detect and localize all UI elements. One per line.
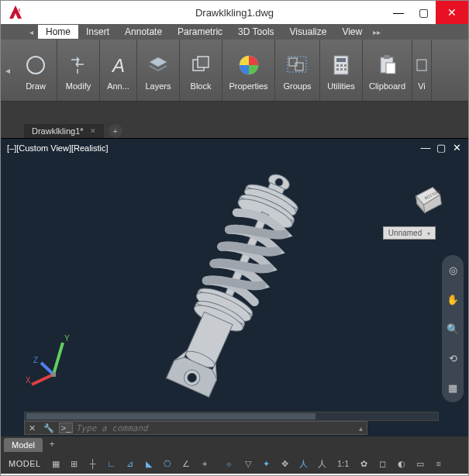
viewport-label[interactable]: [–][Custom View][Realistic] (7, 143, 109, 153)
polar-icon[interactable]: ⊿ (122, 456, 139, 471)
tab-visualize[interactable]: Visualize (282, 25, 335, 39)
ucs-icon[interactable]: X Y Z (24, 332, 86, 394)
svg-rect-50 (51, 372, 56, 377)
maximize-button[interactable]: ▢ (411, 1, 436, 24)
svg-rect-12 (344, 64, 347, 67)
angle-icon[interactable]: ∠ (178, 456, 195, 471)
command-line[interactable]: ✕ 🔧 >_ ▴ (24, 421, 367, 435)
svg-line-44 (32, 374, 53, 385)
tab-home[interactable]: Home (38, 25, 78, 39)
grid-icon[interactable]: ▦ (47, 456, 64, 471)
settings-gear-icon[interactable]: ✿ (356, 456, 373, 471)
panel-view-cut[interactable]: Vi (412, 40, 432, 101)
orbit-icon[interactable]: ⟲ (449, 353, 457, 364)
svg-rect-17 (384, 55, 390, 59)
panel-annotate[interactable]: A Ann... (100, 40, 137, 101)
svg-line-46 (53, 343, 63, 374)
palette-icon (237, 52, 260, 78)
command-prompt-icon: >_ (59, 423, 73, 433)
viewport-minimize-icon[interactable]: — (420, 142, 431, 153)
panel-label: Vi (418, 81, 426, 91)
command-history-icon[interactable]: ▴ (354, 424, 367, 433)
document-tab[interactable]: Drawklkling1* ✕ (24, 124, 104, 138)
panel-groups[interactable]: Groups (275, 40, 320, 101)
wheel-icon[interactable]: ◎ (449, 264, 457, 276)
status-model-label[interactable]: MODEL (4, 459, 46, 468)
tab-view[interactable]: View (334, 25, 370, 39)
status-bar: MODEL ▦ ⊞ ┼ ∟ ⊿ ◣ ⎔ ∠ ⌖ ⟐ ▽ ✦ ✥ 人 人 1:1 … (1, 454, 468, 474)
gizmo-icon[interactable]: ✦ (258, 456, 275, 471)
svg-rect-9 (336, 58, 346, 62)
ortho-plus-icon[interactable]: ┼ (84, 456, 102, 471)
view-name-badge[interactable]: Unnamed ▾ (383, 226, 436, 240)
cleanscreen-icon[interactable]: ▭ (412, 456, 429, 471)
panel-layers[interactable]: Layers (137, 40, 180, 101)
app-logo[interactable] (7, 4, 24, 21)
svg-rect-15 (344, 68, 347, 71)
minimize-button[interactable]: — (386, 1, 411, 24)
panel-utilities[interactable]: Utilities (320, 40, 363, 101)
panel-label: Properties (229, 81, 267, 91)
block-icon (188, 52, 213, 78)
document-tab-label: Drawklkling1* (32, 126, 84, 136)
pan-icon[interactable]: ✋ (447, 294, 459, 305)
panel-label: Utilities (327, 81, 354, 91)
customization-icon[interactable]: ≡ (430, 456, 447, 471)
svg-text:Z: Z (33, 356, 38, 364)
ribbon-spacer (1, 102, 468, 121)
command-input[interactable] (76, 423, 351, 433)
viewcube[interactable]: BOTTOM (410, 181, 441, 212)
panel-modify[interactable]: Modify (57, 40, 100, 101)
close-document-icon[interactable]: ✕ (90, 127, 96, 135)
panel-label: Layers (145, 81, 171, 91)
isolate-icon[interactable]: ◻ (374, 456, 391, 471)
svg-rect-19 (417, 60, 426, 71)
tab-insert[interactable]: Insert (78, 25, 117, 39)
grid2-icon[interactable]: ⊞ (66, 456, 83, 471)
panel-draw[interactable]: Draw (15, 40, 57, 101)
workspace-icon[interactable]: ✥ (277, 456, 294, 471)
scale-label[interactable]: 1:1 (333, 456, 354, 471)
close-cmdline-icon[interactable]: ✕ (25, 423, 39, 433)
svg-rect-3 (198, 57, 209, 67)
annoscale2-icon[interactable]: 人 (314, 456, 331, 471)
ribbon-panel-prev[interactable]: ◂ (1, 40, 15, 101)
navigation-bar[interactable]: ◎ ✋ 🔍 ⟲ ▦ (442, 255, 464, 402)
dynamic-ucs-icon[interactable]: ⟐ (221, 456, 238, 471)
panel-clipboard[interactable]: Clipboard (363, 40, 412, 101)
isodraft-icon[interactable]: ◣ (140, 456, 157, 471)
horizontal-scrollbar[interactable] (24, 412, 439, 421)
add-layout-button[interactable]: + (46, 439, 58, 451)
panel-label: Block (191, 81, 212, 91)
ortho-icon[interactable]: ∟ (103, 456, 120, 471)
svg-rect-10 (336, 64, 339, 67)
annoscale-icon[interactable]: 人 (295, 456, 312, 471)
panel-block[interactable]: Block (180, 40, 222, 101)
panel-label: Clipboard (369, 81, 405, 91)
close-button[interactable]: ✕ (436, 1, 468, 24)
otrack-icon[interactable]: ⌖ (196, 456, 213, 471)
filter-icon[interactable]: ▽ (240, 456, 257, 471)
ribbon-scroll-left[interactable]: ◂ (24, 28, 38, 36)
tab-parametric[interactable]: Parametric (170, 25, 230, 39)
viewport-maximize-icon[interactable]: ▢ (436, 142, 447, 153)
group-icon (286, 52, 309, 78)
drawing-viewport[interactable]: [–][Custom View][Realistic] — ▢ ✕ BOTTOM… (1, 138, 468, 436)
viewport-close-icon[interactable]: ✕ (451, 142, 462, 153)
zoom-icon[interactable]: 🔍 (447, 323, 459, 335)
layers-icon (146, 52, 171, 78)
showmotion-icon[interactable]: ▦ (448, 382, 457, 394)
add-document-button[interactable]: + (109, 124, 122, 138)
customize-cmdline-icon[interactable]: 🔧 (42, 423, 56, 433)
tab-3dtools[interactable]: 3D Tools (230, 25, 281, 39)
move-icon (67, 52, 90, 78)
model-tab[interactable]: Model (4, 438, 43, 452)
hardware-icon[interactable]: ◐ (393, 456, 410, 471)
ribbon-overflow[interactable]: ▸▸ (373, 28, 381, 36)
panel-properties[interactable]: Properties (222, 40, 275, 101)
tab-annotate[interactable]: Annotate (117, 25, 170, 39)
paste-icon (377, 52, 398, 78)
osnap-icon[interactable]: ⎔ (159, 456, 176, 471)
circle-icon (24, 52, 47, 78)
svg-text:A: A (111, 55, 125, 76)
